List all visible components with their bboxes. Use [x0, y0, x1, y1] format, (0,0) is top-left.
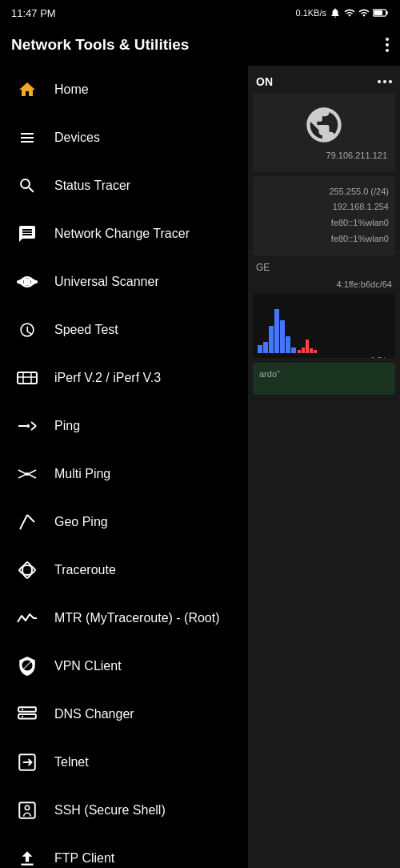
battery-icon	[373, 8, 389, 18]
status-icons: 0.1KB/s	[295, 7, 389, 18]
sidebar-item-network-change-tracer[interactable]: Network Change Tracer	[0, 210, 248, 258]
svg-line-14	[28, 470, 36, 474]
sidebar-item-status-tracer[interactable]: Status Tracer	[0, 162, 248, 210]
sidebar-item-traceroute[interactable]: Traceroute	[0, 546, 248, 594]
globe-icon	[303, 104, 345, 146]
sidebar-item-label: Telnet	[54, 755, 89, 770]
svg-line-18	[27, 515, 34, 522]
sidebar-item-mtr[interactable]: MTR (MyTraceroute) - (Root)	[0, 594, 248, 642]
ipv6-link-local-1: fe80::1%wlan0	[259, 215, 389, 231]
gateway-info: 192.168.1.254	[259, 199, 389, 215]
svg-point-22	[22, 716, 23, 717]
sidebar-item-label: Speed Test	[54, 323, 118, 337]
status-bar: 11:47 PM 0.1KB/s	[0, 0, 400, 24]
sidebar-item-speed-test[interactable]: Speed Test	[0, 306, 248, 354]
svg-line-17	[20, 515, 27, 529]
sidebar-item-label: MTR (MyTraceroute) - (Root)	[54, 611, 220, 625]
sidebar-item-label: Multi Ping	[54, 467, 110, 481]
svg-line-15	[28, 474, 36, 478]
wifi-icon	[358, 7, 370, 18]
svg-point-9	[26, 424, 30, 428]
home-icon	[14, 77, 40, 102]
network-change-tracer-icon	[14, 221, 40, 247]
sidebar-item-label: Traceroute	[54, 563, 116, 577]
vpn-label: ardo"	[259, 369, 280, 379]
svg-point-21	[22, 709, 23, 710]
speed-indicator: 0.1KB/s	[295, 8, 326, 18]
universal-scanner-icon	[14, 269, 40, 295]
sidebar-item-ping[interactable]: Ping	[0, 402, 248, 450]
ftp-client-icon	[14, 846, 40, 868]
devices-icon	[14, 125, 40, 151]
svg-line-10	[31, 422, 36, 426]
svg-rect-20	[18, 714, 36, 718]
header: Network Tools & Utilities	[0, 24, 400, 66]
ssh-icon	[14, 798, 40, 823]
svg-line-13	[18, 474, 26, 478]
svg-rect-4	[18, 372, 37, 384]
sidebar-item-label: Geo Ping	[54, 515, 108, 529]
sidebar-item-iperf[interactable]: iPerf V.2 / iPerf V.3	[0, 354, 248, 402]
sidebar-item-label: iPerf V.2 / iPerf V.3	[54, 371, 161, 385]
iperf-icon	[14, 365, 40, 391]
public-ip: 79.106.211.121	[259, 149, 389, 163]
network-type-label: GE	[253, 260, 395, 275]
svg-point-16	[26, 472, 29, 476]
network-details-card: 255.255.0 (/24) 192.168.1.254 fe80::1%wl…	[253, 176, 395, 255]
sidebar-item-geo-ping[interactable]: Geo Ping	[0, 498, 248, 546]
geo-ping-icon	[14, 509, 40, 535]
signal-icon	[344, 7, 355, 18]
svg-point-25	[25, 806, 29, 810]
multi-ping-icon	[14, 461, 40, 487]
svg-line-12	[18, 470, 26, 474]
sidebar-item-label: Home	[54, 82, 89, 97]
speed-test-icon	[14, 317, 40, 343]
sidebar-item-devices[interactable]: Devices	[0, 114, 248, 162]
vpn-client-icon	[14, 653, 40, 679]
ip-info-card: 79.106.211.121	[253, 93, 395, 171]
sidebar-item-ftp-client[interactable]: FTP Client	[0, 834, 248, 868]
sidebar: Home Devices Status Tracer Network Chang…	[0, 66, 248, 868]
ipv6-link-local-2: fe80::1%wlan0	[259, 231, 389, 247]
mtr-icon	[14, 605, 40, 631]
sidebar-item-label: Network Change Tracer	[54, 227, 190, 241]
sidebar-item-label: Status Tracer	[54, 179, 130, 193]
svg-rect-2	[374, 10, 382, 15]
sidebar-item-label: VPN CLient	[54, 659, 122, 673]
sidebar-item-ssh[interactable]: SSH (Secure Shell)	[0, 786, 248, 834]
subnet-info: 255.255.0 (/24)	[259, 184, 389, 200]
sidebar-item-label: Universal Scanner	[54, 275, 159, 289]
sidebar-item-label: FTP Client	[54, 851, 114, 866]
main-layout: Home Devices Status Tracer Network Chang…	[0, 66, 400, 868]
vpn-status-card: ardo"	[253, 363, 395, 395]
sidebar-item-label: SSH (Secure Shell)	[54, 803, 166, 818]
ping-icon	[14, 413, 40, 439]
right-panel: ON 79.106.211.121 255.255.0 (/24) 192.1	[248, 66, 400, 868]
speed-chart-card: 0 B/s	[253, 294, 395, 358]
sidebar-item-universal-scanner[interactable]: Universal Scanner	[0, 258, 248, 306]
status-time: 11:47 PM	[11, 7, 56, 19]
svg-rect-19	[18, 707, 36, 711]
sidebar-item-label: DNS Changer	[54, 707, 134, 721]
app-title: Network Tools & Utilities	[11, 36, 189, 54]
dns-changer-icon	[14, 701, 40, 727]
sidebar-item-telnet[interactable]: Telnet	[0, 738, 248, 786]
sidebar-item-home[interactable]: Home	[0, 66, 248, 114]
svg-line-11	[31, 426, 36, 430]
alarm-icon	[330, 7, 341, 18]
sidebar-item-label: Ping	[54, 419, 80, 433]
panel-more-button[interactable]	[378, 80, 392, 83]
connection-status: ON	[256, 75, 273, 88]
ipv6-address: 4:1ffe:b6dc/64	[253, 279, 395, 289]
sidebar-item-dns-changer[interactable]: DNS Changer	[0, 690, 248, 738]
traceroute-icon	[14, 557, 40, 583]
sidebar-item-label: Devices	[54, 131, 100, 145]
telnet-icon	[14, 749, 40, 775]
more-options-button[interactable]	[386, 38, 389, 52]
sidebar-item-multi-ping[interactable]: Multi Ping	[0, 450, 248, 498]
speed-readout: 0 B/s	[256, 355, 392, 358]
sidebar-item-vpn-client[interactable]: VPN CLient	[0, 642, 248, 690]
svg-rect-1	[386, 11, 388, 14]
status-tracer-icon	[14, 173, 40, 199]
